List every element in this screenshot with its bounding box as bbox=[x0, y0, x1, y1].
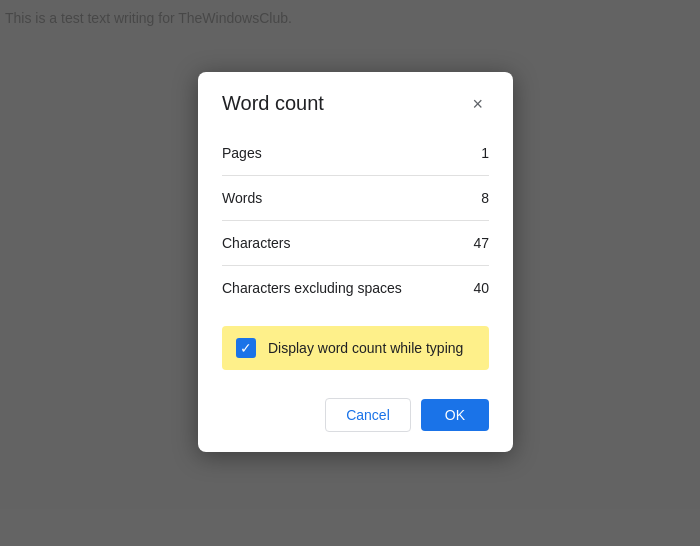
dialog-body: Pages 1 Words 8 Characters 47 Characters… bbox=[198, 131, 513, 310]
checkbox-icon: ✓ bbox=[236, 338, 256, 358]
dialog-title: Word count bbox=[222, 92, 324, 115]
stat-row-characters-no-spaces: Characters excluding spaces 40 bbox=[222, 266, 489, 310]
stat-value-words: 8 bbox=[481, 190, 489, 206]
word-count-dialog: Word count × Pages 1 Words 8 Characters … bbox=[198, 72, 513, 452]
stat-value-pages: 1 bbox=[481, 145, 489, 161]
checkbox-label: Display word count while typing bbox=[268, 340, 463, 356]
stat-label-pages: Pages bbox=[222, 145, 262, 161]
stat-row-characters: Characters 47 bbox=[222, 221, 489, 266]
stat-label-characters: Characters bbox=[222, 235, 290, 251]
checkmark-icon: ✓ bbox=[240, 341, 252, 355]
display-word-count-checkbox-area[interactable]: ✓ Display word count while typing bbox=[222, 326, 489, 370]
stat-value-characters: 47 bbox=[473, 235, 489, 251]
ok-button[interactable]: OK bbox=[421, 399, 489, 431]
stat-row-pages: Pages 1 bbox=[222, 131, 489, 176]
cancel-button[interactable]: Cancel bbox=[325, 398, 411, 432]
close-button[interactable]: × bbox=[466, 93, 489, 115]
dialog-footer: Cancel OK bbox=[198, 390, 513, 452]
stat-label-words: Words bbox=[222, 190, 262, 206]
stat-value-characters-no-spaces: 40 bbox=[473, 280, 489, 296]
stat-label-characters-no-spaces: Characters excluding spaces bbox=[222, 280, 402, 296]
stat-row-words: Words 8 bbox=[222, 176, 489, 221]
dialog-header: Word count × bbox=[198, 72, 513, 131]
